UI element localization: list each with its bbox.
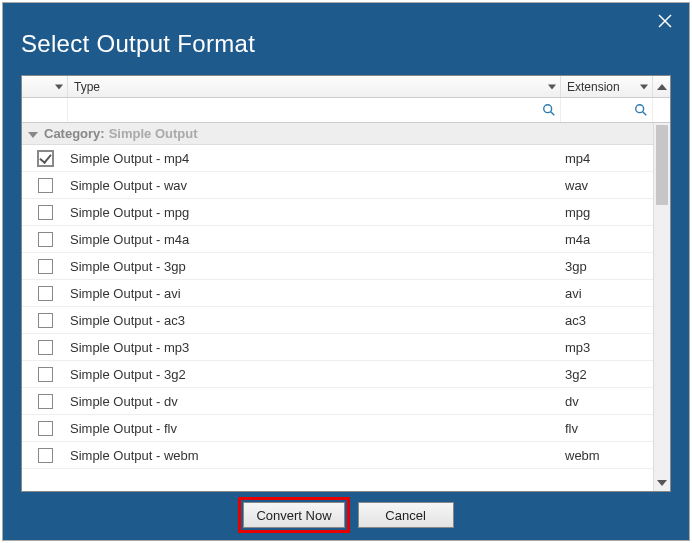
row-extension-cell: dv (561, 388, 653, 414)
column-header-type-label: Type (74, 80, 100, 94)
row-type-cell: Simple Output - 3gp (68, 253, 561, 279)
category-label-key: Category: (44, 126, 105, 141)
row-checkbox[interactable] (38, 448, 53, 463)
convert-now-button[interactable]: Convert Now (243, 502, 344, 528)
row-extension-cell: avi (561, 280, 653, 306)
row-extension-cell: mp3 (561, 334, 653, 360)
row-checkbox[interactable] (38, 205, 53, 220)
chevron-down-icon (55, 84, 63, 89)
table-row[interactable]: Simple Output - flvflv (22, 415, 653, 442)
row-checkbox[interactable] (38, 151, 53, 166)
row-checkbox[interactable] (38, 394, 53, 409)
row-checkbox[interactable] (38, 367, 53, 382)
row-type-cell: Simple Output - mp4 (68, 145, 561, 171)
filter-type-cell (68, 98, 561, 122)
cancel-button[interactable]: Cancel (358, 502, 454, 528)
list-area: Category:Simple OutputSimple Output - mp… (22, 123, 670, 491)
filter-extension-cell (561, 98, 653, 122)
filter-type-input[interactable] (69, 99, 537, 121)
row-type-cell: Simple Output - webm (68, 442, 561, 468)
svg-point-3 (544, 105, 552, 113)
row-extension-cell: mp4 (561, 145, 653, 171)
table-row[interactable]: Simple Output - 3g23g2 (22, 361, 653, 388)
table-row[interactable]: Simple Output - mp3mp3 (22, 334, 653, 361)
row-checkbox-cell (22, 442, 68, 468)
row-type-cell: Simple Output - mp3 (68, 334, 561, 360)
row-checkbox-cell (22, 280, 68, 306)
row-type-cell: Simple Output - ac3 (68, 307, 561, 333)
chevron-up-icon[interactable] (653, 81, 670, 92)
row-type-cell: Simple Output - dv (68, 388, 561, 414)
convert-button-highlight: Convert Now (238, 497, 349, 533)
scrollbar-thumb[interactable] (656, 125, 668, 205)
row-type-cell: Simple Output - wav (68, 172, 561, 198)
chevron-down-icon (548, 84, 556, 89)
row-checkbox-cell (22, 145, 68, 171)
dialog-frame: Select Output Format Type Extension (2, 2, 690, 541)
row-checkbox[interactable] (38, 178, 53, 193)
footer: Convert Now Cancel (3, 498, 689, 532)
row-checkbox-cell (22, 334, 68, 360)
row-checkbox[interactable] (38, 313, 53, 328)
filter-checkbox-cell (22, 98, 68, 122)
row-checkbox-cell (22, 199, 68, 225)
row-checkbox[interactable] (38, 259, 53, 274)
row-checkbox-cell (22, 307, 68, 333)
table-row[interactable]: Simple Output - m4am4a (22, 226, 653, 253)
column-header-type[interactable]: Type (68, 76, 561, 97)
row-extension-cell: m4a (561, 226, 653, 252)
row-type-cell: Simple Output - mpg (68, 199, 561, 225)
category-label-value: Simple Output (109, 126, 198, 141)
row-extension-cell: ac3 (561, 307, 653, 333)
row-extension-cell: 3gp (561, 253, 653, 279)
column-header-extension-label: Extension (567, 80, 620, 94)
row-checkbox-cell (22, 361, 68, 387)
svg-marker-7 (657, 480, 667, 486)
column-headers: Type Extension (22, 76, 670, 98)
column-header-checkbox[interactable] (22, 76, 68, 97)
table-row[interactable]: Simple Output - mpgmpg (22, 199, 653, 226)
search-icon[interactable] (542, 103, 556, 117)
dialog-title: Select Output Format (21, 30, 255, 58)
svg-point-5 (636, 105, 644, 113)
close-icon[interactable] (653, 9, 677, 33)
row-extension-cell: webm (561, 442, 653, 468)
row-extension-cell: mpg (561, 199, 653, 225)
svg-line-4 (551, 112, 555, 116)
row-checkbox-cell (22, 226, 68, 252)
search-icon[interactable] (634, 103, 648, 117)
table-row[interactable]: Simple Output - wavwav (22, 172, 653, 199)
row-checkbox[interactable] (38, 232, 53, 247)
column-header-scroll-spacer (653, 76, 670, 97)
titlebar: Select Output Format (3, 3, 689, 73)
row-checkbox[interactable] (38, 340, 53, 355)
svg-line-6 (643, 112, 647, 116)
table-row[interactable]: Simple Output - webmwebm (22, 442, 653, 469)
svg-marker-2 (657, 84, 667, 90)
row-type-cell: Simple Output - m4a (68, 226, 561, 252)
row-checkbox-cell (22, 388, 68, 414)
row-checkbox[interactable] (38, 286, 53, 301)
table-row[interactable]: Simple Output - dvdv (22, 388, 653, 415)
column-header-extension[interactable]: Extension (561, 76, 653, 97)
row-type-cell: Simple Output - avi (68, 280, 561, 306)
row-checkbox[interactable] (38, 421, 53, 436)
row-checkbox-cell (22, 172, 68, 198)
row-extension-cell: 3g2 (561, 361, 653, 387)
filter-row (22, 98, 670, 123)
row-checkbox-cell (22, 415, 68, 441)
row-extension-cell: flv (561, 415, 653, 441)
grid: Type Extension (21, 75, 671, 492)
table-row[interactable]: Simple Output - mp4mp4 (22, 145, 653, 172)
table-row[interactable]: Simple Output - 3gp3gp (22, 253, 653, 280)
category-row[interactable]: Category:Simple Output (22, 123, 653, 145)
collapse-icon (28, 132, 38, 138)
row-type-cell: Simple Output - 3g2 (68, 361, 561, 387)
vertical-scrollbar[interactable] (653, 123, 670, 491)
chevron-down-icon[interactable] (654, 477, 670, 488)
list-body[interactable]: Category:Simple OutputSimple Output - mp… (22, 123, 653, 491)
row-type-cell: Simple Output - flv (68, 415, 561, 441)
table-row[interactable]: Simple Output - aviavi (22, 280, 653, 307)
table-row[interactable]: Simple Output - ac3ac3 (22, 307, 653, 334)
filter-extension-input[interactable] (562, 99, 629, 121)
